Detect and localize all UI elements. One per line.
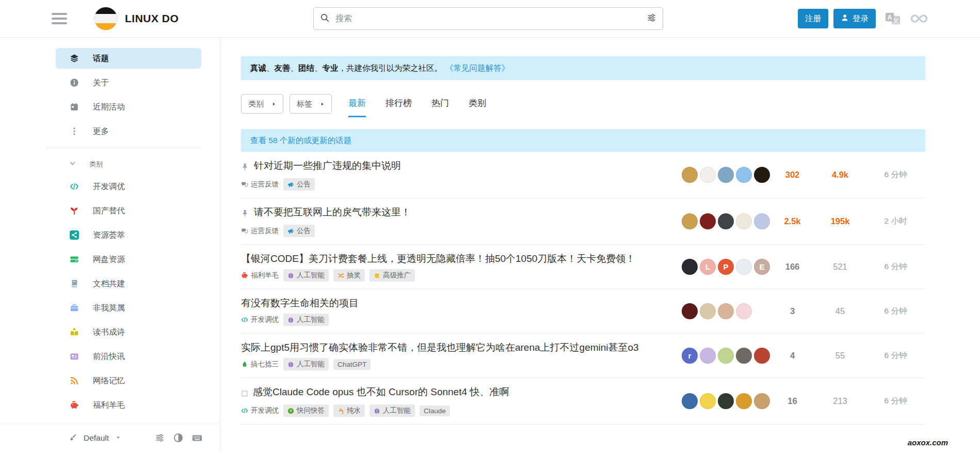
avatar[interactable] (718, 167, 734, 183)
category-badge[interactable]: 开发调优 (241, 406, 279, 415)
avatar[interactable]: L (700, 259, 716, 275)
sidebar-item-layers[interactable]: 话题 (56, 48, 201, 69)
sidebar-category-item[interactable]: 网络记忆 (56, 370, 201, 391)
avatar[interactable] (700, 303, 716, 319)
tab-类别[interactable]: 类别 (469, 97, 486, 117)
site-logo[interactable] (94, 7, 118, 30)
category-badge[interactable]: 运营反馈 (241, 180, 279, 189)
sidebar-category-item[interactable]: 网盘资源 (56, 249, 201, 270)
tag-filter-dropdown[interactable]: 标签 (290, 94, 332, 114)
replies-count[interactable]: 16 (770, 396, 814, 406)
avatar[interactable]: P (718, 259, 734, 275)
new-topics-notice[interactable]: 查看 58 个新的或更新的话题 (241, 129, 925, 152)
avatar[interactable] (718, 393, 734, 409)
tag[interactable]: 高级推广 (369, 269, 415, 282)
category-badge[interactable]: 福利羊毛 (241, 271, 279, 280)
tag[interactable]: Claude (420, 406, 450, 416)
avatar[interactable] (700, 393, 716, 409)
sidebar-item-calendar[interactable]: 近期活动 (56, 97, 201, 117)
avatar[interactable] (754, 348, 770, 364)
sidebar-category-item[interactable]: 福利羊毛 (56, 395, 201, 415)
search-input[interactable] (334, 13, 647, 24)
infinity-icon[interactable] (910, 9, 928, 28)
tag[interactable]: 纯水 (333, 404, 365, 417)
avatar[interactable] (736, 167, 752, 183)
avatar[interactable] (682, 259, 698, 275)
tag[interactable]: 人工智能 (283, 269, 329, 282)
topic-title[interactable]: 针对近期一些推广违规的集中说明 (254, 159, 401, 173)
topic-title[interactable]: 实际上gpt5用习惯了确实体验非常不错，但是我也理解它为啥在arena上打不过g… (241, 341, 639, 354)
activity-time[interactable]: 6 分钟 (866, 306, 925, 317)
avatar[interactable] (736, 213, 752, 229)
avatar[interactable] (682, 213, 698, 229)
avatar[interactable] (754, 213, 770, 229)
search-filter-icon[interactable] (647, 13, 656, 25)
sidebar-category-item[interactable]: 文档共建 (56, 273, 201, 294)
avatar[interactable] (682, 393, 698, 409)
sidebar-categories-header[interactable]: 类别 (56, 155, 220, 173)
avatar[interactable] (736, 259, 752, 275)
faq-link[interactable]: 《常见问题解答》 (445, 63, 509, 74)
avatar[interactable] (736, 348, 752, 364)
site-title[interactable]: LINUX DO (125, 12, 179, 25)
avatar[interactable] (754, 393, 770, 409)
replies-count[interactable]: 4 (770, 351, 814, 361)
tag[interactable]: 公告 (283, 225, 315, 237)
category-badge[interactable]: 搞七捻三 (241, 360, 279, 369)
activity-time[interactable]: 6 分钟 (866, 350, 925, 361)
replies-count[interactable]: 166 (770, 262, 814, 272)
sidebar-category-item[interactable]: 开发调优 (56, 176, 201, 197)
avatar[interactable]: r (682, 348, 698, 364)
avatar[interactable] (700, 348, 716, 364)
tag[interactable]: 人工智能 (283, 314, 329, 326)
topic-title[interactable]: 有没有数字生命相关的项目 (241, 297, 359, 310)
tag[interactable]: 人工智能 (369, 404, 415, 417)
topic-title[interactable]: 【银河CODE】美刀计费套餐上线，更透明无隐藏倍率！抽50个1050刀版本！天卡… (241, 252, 635, 266)
sidebar-category-item[interactable]: 前沿快讯 (56, 346, 201, 367)
avatar[interactable] (700, 167, 716, 183)
avatar[interactable] (718, 348, 734, 364)
tag[interactable]: ChatGPT (333, 359, 371, 370)
activity-time[interactable]: 6 分钟 (866, 261, 925, 272)
sidebar-category-item[interactable]: 读书成诗 (56, 322, 201, 342)
avatar[interactable]: E (754, 259, 770, 275)
tag[interactable]: 公告 (283, 178, 315, 191)
avatar[interactable] (700, 213, 716, 229)
sidebar-category-item[interactable]: 非我莫属 (56, 298, 201, 318)
hamburger-menu-icon[interactable] (52, 13, 67, 24)
sidebar-filter-icon[interactable] (155, 433, 165, 443)
sidebar-category-item[interactable]: 国产替代 (56, 200, 201, 221)
activity-time[interactable]: 2 小时 (866, 216, 925, 227)
replies-count[interactable]: 3 (770, 306, 814, 316)
activity-time[interactable]: 6 分钟 (866, 169, 925, 180)
avatar[interactable] (682, 167, 698, 183)
login-button[interactable]: 登录 (833, 9, 876, 28)
avatar[interactable] (736, 393, 752, 409)
activity-time[interactable]: 6 分钟 (866, 396, 925, 407)
avatar[interactable] (718, 303, 734, 319)
sidebar-item-info[interactable]: 关于 (56, 72, 201, 93)
topic-title[interactable]: 请不要把互联网上的戾气带来这里！ (254, 206, 411, 219)
search-box[interactable] (313, 7, 663, 30)
tab-热门[interactable]: 热门 (431, 97, 449, 117)
avatar[interactable] (682, 303, 698, 319)
tag[interactable]: ?快问快答 (283, 404, 329, 417)
category-filter-dropdown[interactable]: 类别 (241, 94, 283, 114)
sidebar-category-item[interactable]: 资源荟萃 (56, 225, 201, 245)
category-badge[interactable]: 开发调优 (241, 315, 279, 324)
avatar[interactable] (718, 213, 734, 229)
replies-count[interactable]: 302 (770, 170, 814, 180)
contrast-icon[interactable] (173, 433, 183, 443)
avatar[interactable] (736, 303, 752, 319)
topic-title[interactable]: 感觉Claude Code opus 也不如 Cursor的 Sonnet4 快… (253, 385, 509, 399)
replies-count[interactable]: 2.5k (770, 216, 814, 226)
tag[interactable]: 抽奖 (333, 269, 365, 282)
tab-最新[interactable]: 最新 (348, 97, 366, 117)
tag[interactable]: 人工智能 (283, 358, 329, 370)
theme-selector[interactable]: Default (69, 433, 121, 443)
sidebar-item-ellipsis[interactable]: 更多 (56, 121, 201, 142)
category-badge[interactable]: 运营反馈 (241, 226, 279, 236)
register-button[interactable]: 注册 (798, 9, 828, 28)
translate-icon[interactable]: A文 (885, 11, 901, 26)
tab-排行榜[interactable]: 排行榜 (385, 97, 412, 117)
